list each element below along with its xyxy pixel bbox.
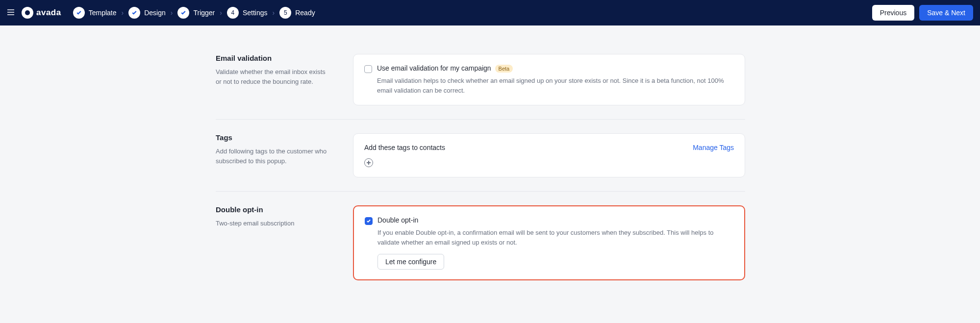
step-settings[interactable]: 4 Settings	[227, 7, 268, 19]
section-description: Add following tags to the customer who s…	[216, 147, 328, 166]
step-number-badge: 5	[279, 7, 291, 19]
email-validation-checkbox[interactable]	[364, 65, 372, 73]
chevron-right-icon: ›	[171, 9, 173, 17]
brand-logo[interactable]: avada	[22, 7, 61, 19]
brand-logo-icon	[22, 7, 33, 19]
beta-badge: Beta	[495, 65, 513, 73]
chevron-right-icon: ›	[122, 9, 124, 17]
step-trigger[interactable]: Trigger	[177, 7, 215, 19]
step-number-badge: 4	[227, 7, 239, 19]
double-optin-checkbox[interactable]	[365, 217, 373, 225]
top-navigation: avada Template › Design › Trigge	[0, 0, 980, 25]
chevron-right-icon: ›	[220, 9, 222, 17]
tags-card: Add these tags to contacts Manage Tags	[353, 133, 745, 177]
manage-tags-link[interactable]: Manage Tags	[693, 144, 734, 151]
tags-card-title: Add these tags to contacts	[364, 144, 445, 151]
settings-content: Email validation Validate whether the em…	[206, 25, 755, 309]
step-design[interactable]: Design	[128, 7, 166, 19]
section-tags: Tags Add following tags to the customer …	[216, 120, 745, 192]
menu-toggle-icon[interactable]	[7, 8, 15, 18]
section-description: Validate whether the email inbox exists …	[216, 67, 328, 86]
wizard-steps: Template › Design › Trigger › 4 Settings	[73, 7, 315, 19]
section-email-validation: Email validation Validate whether the em…	[216, 40, 745, 120]
check-icon	[73, 7, 85, 19]
previous-button[interactable]: Previous	[872, 5, 914, 21]
email-validation-hint: Email validation helps to check whether …	[377, 76, 734, 95]
section-title: Tags	[216, 133, 328, 142]
checkbox-label: Use email validation for my campaign	[377, 64, 491, 72]
save-next-button[interactable]: Save & Next	[919, 5, 973, 21]
section-title: Email validation	[216, 54, 328, 62]
check-icon	[128, 7, 140, 19]
email-validation-card: Use email validation for my campaign Bet…	[353, 54, 745, 105]
configure-button[interactable]: Let me configure	[377, 254, 444, 270]
plus-icon	[366, 160, 371, 165]
brand-name: avada	[36, 8, 61, 18]
step-template[interactable]: Template	[73, 7, 117, 19]
section-double-optin: Double opt-in Two-step email subscriptio…	[216, 192, 745, 294]
section-title: Double opt-in	[216, 205, 328, 214]
check-icon	[177, 7, 189, 19]
step-ready[interactable]: 5 Ready	[279, 7, 315, 19]
add-tag-button[interactable]	[364, 158, 373, 167]
checkbox-label: Double opt-in	[377, 216, 418, 224]
double-optin-hint: If you enable Double opt-in, a confirmat…	[377, 228, 733, 247]
section-description: Two-step email subscription	[216, 219, 328, 228]
check-icon	[366, 219, 371, 224]
double-optin-card: Double opt-in If you enable Double opt-i…	[353, 205, 745, 280]
chevron-right-icon: ›	[273, 9, 275, 17]
